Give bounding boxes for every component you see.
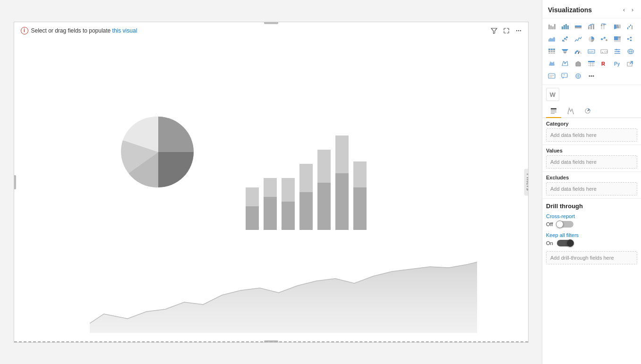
tab-analytics[interactable]	[580, 105, 595, 118]
svg-rect-35	[614, 36, 618, 40]
viz-more-visuals[interactable]	[586, 70, 597, 82]
svg-point-2	[520, 30, 521, 31]
viz-qa[interactable]: ?	[559, 70, 571, 82]
category-drop-area[interactable]: Add data fields here	[546, 128, 637, 142]
svg-rect-5	[550, 25, 552, 29]
viz-gauge[interactable]	[573, 46, 584, 57]
viz-key-influencers[interactable]	[598, 34, 610, 45]
excludes-drop-area[interactable]: Add data fields here	[546, 182, 637, 195]
viz-map[interactable]	[625, 46, 636, 57]
filters-tab[interactable]: Filters	[524, 169, 528, 195]
svg-text:R: R	[601, 61, 605, 67]
selected-viz-w-icon[interactable]: W	[546, 88, 559, 101]
keep-filters-label: Keep all filters	[546, 232, 637, 238]
viz-python[interactable]: Py	[612, 58, 623, 69]
filter-toolbar-icon[interactable]	[489, 26, 499, 35]
svg-text:KPI: KPI	[589, 51, 594, 53]
svg-rect-14	[588, 26, 590, 29]
viz-scatter[interactable]	[559, 34, 571, 45]
resize-handle-left[interactable]	[14, 175, 16, 189]
more-toolbar-icon[interactable]	[514, 26, 523, 35]
panel-collapse-btn[interactable]: ‹	[621, 6, 627, 14]
viz-100-bar[interactable]	[573, 21, 584, 33]
svg-point-1	[518, 30, 519, 31]
viz-custom-viz[interactable]	[573, 70, 584, 82]
visual-container: i Select or drag fields to populate this…	[14, 22, 529, 343]
viz-tabs	[542, 101, 641, 118]
viz-export[interactable]	[625, 58, 636, 69]
cross-report-toggle[interactable]	[556, 221, 573, 228]
viz-card[interactable]: KPI	[586, 46, 597, 57]
viz-kpi[interactable]: ▲ KPI	[598, 46, 610, 57]
viz-slicer[interactable]	[612, 46, 623, 57]
viz-clustered-bar[interactable]	[559, 21, 571, 33]
viz-ribbon[interactable]	[612, 21, 623, 33]
viz-area[interactable]	[546, 34, 557, 45]
svg-rect-7	[554, 24, 556, 29]
viz-decomp-tree[interactable]	[625, 34, 636, 45]
viz-line-stacked[interactable]	[598, 21, 610, 33]
keep-filters-toggle-row: On	[546, 240, 637, 246]
cross-report-toggle-row: Off	[546, 221, 637, 228]
svg-rect-13	[575, 27, 581, 28]
svg-rect-46	[553, 49, 555, 50]
svg-text:?: ?	[563, 74, 565, 77]
keep-filters-toggle[interactable]	[557, 240, 574, 246]
svg-rect-51	[551, 52, 553, 54]
svg-line-42	[629, 38, 630, 39]
expand-toolbar-icon[interactable]	[502, 26, 511, 35]
keep-filters-toggle-thumb	[566, 239, 574, 247]
svg-rect-18	[601, 25, 602, 26]
svg-text:▲ KPI: ▲ KPI	[601, 51, 608, 53]
svg-rect-69	[588, 61, 595, 62]
viz-r-script[interactable]: R	[598, 58, 610, 69]
viz-funnel[interactable]	[559, 46, 571, 57]
svg-rect-90	[551, 108, 556, 110]
svg-rect-10	[565, 24, 567, 29]
drill-through-drop-area[interactable]: Add drill-through fields here	[546, 251, 637, 264]
panel-title: Visualizations	[548, 6, 592, 14]
svg-point-89	[592, 76, 594, 77]
viz-waterfall[interactable]	[625, 21, 636, 33]
category-label: Category	[546, 121, 637, 127]
bar-group-7	[353, 161, 367, 230]
viz-line-clustered[interactable]	[586, 21, 597, 33]
tab-format[interactable]	[563, 105, 578, 118]
svg-rect-37	[618, 38, 621, 40]
viz-filled-map[interactable]	[546, 58, 557, 69]
viz-smart-narrative[interactable]	[546, 70, 557, 82]
svg-rect-9	[564, 25, 565, 29]
viz-stacked-bar[interactable]	[546, 21, 557, 33]
viz-treemap[interactable]	[612, 34, 623, 45]
info-link[interactable]: this visual	[112, 27, 137, 34]
bar-group-5	[317, 150, 331, 230]
svg-point-33	[606, 39, 607, 41]
viz-azure-map[interactable]	[559, 58, 571, 69]
panel-expand-btn[interactable]: ›	[630, 6, 635, 14]
viz-line[interactable]	[573, 34, 584, 45]
svg-rect-49	[553, 51, 555, 52]
svg-point-64	[618, 51, 619, 52]
svg-point-28	[563, 41, 564, 42]
viz-matrix[interactable]	[546, 46, 557, 57]
viz-pie[interactable]	[586, 34, 597, 45]
values-drop-area[interactable]: Add data fields here	[546, 155, 637, 169]
visualizations-panel: Visualizations ‹ ›	[542, 0, 641, 364]
svg-rect-15	[590, 25, 592, 29]
excludes-label: Excludes	[546, 175, 637, 180]
bar-group-6	[335, 135, 349, 230]
tab-fields[interactable]	[546, 105, 561, 118]
svg-rect-78	[548, 74, 555, 78]
values-section: Values Add data fields here	[542, 145, 641, 172]
resize-handle-top[interactable]	[264, 22, 278, 24]
info-icon: i	[21, 27, 28, 34]
svg-rect-17	[601, 26, 602, 29]
svg-text:Py: Py	[614, 61, 620, 67]
cross-report-label: Cross-report	[546, 213, 637, 219]
svg-rect-8	[562, 26, 563, 29]
viz-shape-map[interactable]	[573, 58, 584, 69]
viz-table[interactable]	[586, 58, 597, 69]
svg-rect-39	[627, 38, 629, 40]
svg-point-0	[516, 30, 517, 31]
svg-line-34	[603, 38, 604, 39]
